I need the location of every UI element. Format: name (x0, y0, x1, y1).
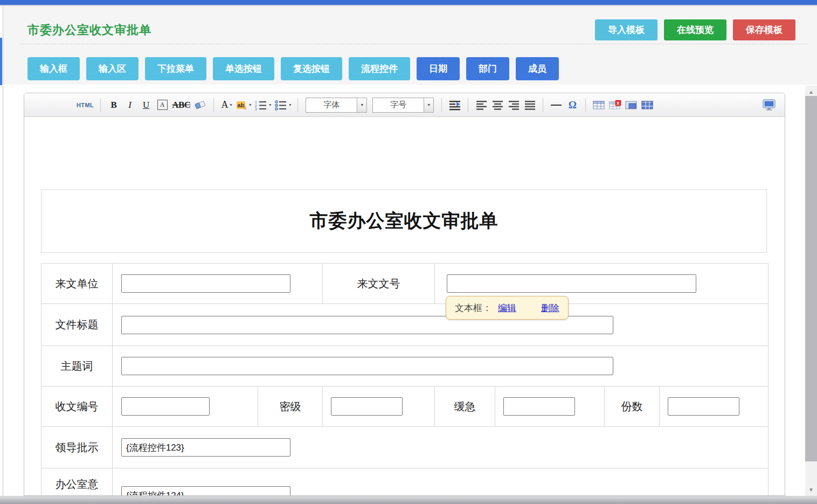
office-opinion-label: 办公室意 (41, 468, 113, 496)
table-row: 文件标题 (41, 304, 768, 346)
doc-title-label: 文件标题 (41, 304, 113, 346)
boxed-a-icon: A (157, 100, 168, 110)
chevron-down-icon: ▾ (230, 102, 232, 107)
table-properties-button[interactable] (625, 97, 638, 113)
toolbar-separator (100, 98, 101, 112)
font-color-button[interactable]: A▾ (220, 97, 233, 113)
align-left-icon (475, 100, 488, 111)
urgency-input[interactable] (503, 397, 575, 416)
widget-tooltip: 文本框： 编辑 删除 (446, 296, 569, 320)
special-char-button[interactable]: Ω (566, 97, 579, 113)
editor-toolbar: HTML B I U A ABC A▾ ab✎▾ 123 ▾ (24, 93, 785, 117)
subject-label: 主题词 (41, 346, 113, 386)
scrollbar-thumb[interactable] (805, 96, 817, 461)
align-center-button[interactable] (491, 97, 504, 113)
vertical-scrollbar[interactable]: ▲ ▼ (805, 86, 817, 496)
table-icon (593, 100, 605, 110)
toolbar-separator (297, 98, 298, 112)
table-row: 收文编号 密级 缓急 份数 (41, 386, 768, 427)
office-opinion-cell (113, 468, 768, 496)
toolbar-separator (585, 98, 586, 112)
from-unit-input[interactable] (121, 274, 290, 293)
insert-member-button[interactable]: 成员 (516, 57, 559, 80)
chevron-down-icon: ▾ (269, 102, 271, 107)
left-edge-blue-fragment (0, 38, 2, 85)
insert-date-button[interactable]: 日期 (417, 57, 460, 80)
font-family-select[interactable]: 字体 ▾ (306, 98, 367, 113)
content-area: HTML B I U A ABC A▾ ab✎▾ 123 ▾ (3, 85, 817, 496)
form-table: 来文单位 来文文号 文件标题 主题词 收文编号 密级 (41, 263, 768, 495)
font-size-select[interactable]: 字号 ▾ (372, 98, 434, 113)
insert-dropdown-button[interactable]: 下拉菜单 (145, 57, 206, 80)
edit-widget-link[interactable]: 编辑 (498, 302, 516, 314)
monitor-icon (762, 99, 776, 111)
table-row: 办公室意 (41, 468, 768, 496)
delete-widget-link[interactable]: 删除 (541, 302, 559, 314)
secrecy-input[interactable] (331, 397, 403, 416)
subject-cell (113, 346, 768, 386)
save-template-button[interactable]: 保存模板 (733, 19, 795, 40)
doc-number-input[interactable] (447, 274, 696, 293)
indent-button[interactable] (448, 97, 461, 113)
insert-input-area-button[interactable]: 输入区 (86, 57, 139, 80)
scroll-down-arrow[interactable]: ▼ (805, 485, 817, 494)
insert-flow-control-button[interactable]: 流程控件 (349, 57, 410, 80)
insert-input-box-button[interactable]: 输入框 (27, 57, 80, 80)
maximize-editor-button[interactable] (762, 97, 776, 113)
remove-format-button[interactable] (194, 97, 207, 113)
subject-input[interactable] (121, 357, 613, 375)
insert-department-button[interactable]: 部门 (466, 57, 509, 80)
online-preview-button[interactable]: 在线预览 (664, 19, 726, 40)
underline-button[interactable]: U (140, 97, 153, 113)
chevron-down-icon: ▾ (424, 98, 433, 112)
secrecy-label: 密级 (258, 386, 323, 427)
cell-properties-button[interactable] (641, 97, 654, 113)
ordered-list-button[interactable]: 123 ▾ (254, 97, 271, 113)
toolbar-separator (441, 98, 442, 112)
document-title-cell: 市委办公室收文审批单 (41, 189, 767, 253)
secrecy-cell (323, 386, 435, 427)
table-properties-icon (625, 100, 637, 110)
receive-no-label: 收文编号 (41, 386, 113, 427)
scroll-up-arrow[interactable]: ▲ (805, 87, 817, 96)
bullet-list-icon (274, 100, 287, 111)
urgency-cell (495, 386, 605, 427)
rich-text-editor-canvas[interactable]: 市委办公室收文审批单 来文单位 来文文号 文件标题 主题 (24, 118, 785, 495)
table-row: 领导批示 (41, 427, 768, 468)
eraser-icon (194, 100, 207, 111)
receive-no-input[interactable] (121, 397, 210, 416)
horizontal-rule-button[interactable] (550, 97, 563, 113)
document-title: 市委办公室收文审批单 (310, 209, 498, 233)
font-style-button[interactable]: A (156, 97, 169, 113)
toolbar-separator (213, 98, 214, 112)
delete-table-button[interactable]: x (608, 97, 621, 113)
from-unit-cell (113, 264, 323, 304)
insert-radio-button[interactable]: 单选按钮 (213, 57, 274, 80)
chevron-down-icon: ▾ (289, 102, 291, 107)
unordered-list-button[interactable]: ▾ (274, 97, 291, 113)
bold-button[interactable]: B (107, 97, 120, 113)
justify-button[interactable] (523, 97, 536, 113)
import-template-button[interactable]: 导入模板 (595, 19, 657, 40)
office-opinion-input[interactable] (121, 486, 290, 495)
insert-checkbox-button[interactable]: 复选按钮 (281, 57, 342, 80)
strikethrough-button[interactable]: ABC (172, 97, 190, 113)
toolbar-separator (468, 98, 468, 112)
justify-icon (524, 100, 536, 111)
svg-text:x: x (617, 100, 619, 106)
leader-note-input[interactable] (121, 438, 290, 457)
copies-input[interactable] (668, 397, 739, 416)
align-left-button[interactable] (475, 97, 488, 113)
highlight-color-button[interactable]: ab✎▾ (237, 97, 252, 113)
leader-note-cell (113, 427, 768, 468)
page-header: 市委办公室收文审批单 导入模板 在线预览 保存模板 输入框 输入区 下拉菜单 单… (3, 6, 817, 85)
rich-text-editor: HTML B I U A ABC A▾ ab✎▾ 123 ▾ (24, 93, 785, 496)
insert-table-button[interactable] (592, 97, 605, 113)
align-right-button[interactable] (507, 97, 520, 113)
doc-number-label: 来文文号 (323, 264, 435, 304)
html-source-button[interactable]: HTML (77, 97, 94, 113)
copies-label: 份数 (605, 386, 660, 427)
indent-icon (448, 100, 461, 111)
horizontal-line-icon (551, 105, 562, 106)
italic-button[interactable]: I (123, 97, 136, 113)
